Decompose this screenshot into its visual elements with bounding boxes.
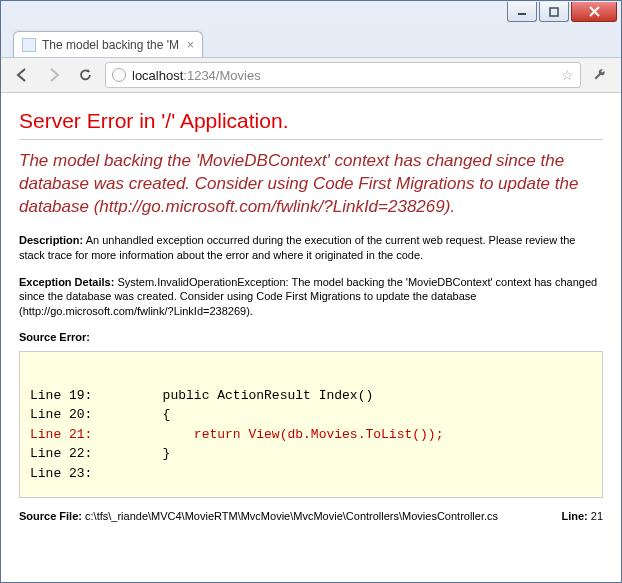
source-file-line: Source File: c:\tfs\_riande\MVC4\MovieRT… (19, 510, 603, 522)
source-code-box: Line 19: public ActionResult Index() Lin… (19, 351, 603, 498)
back-icon (14, 67, 30, 83)
url-text: localhost:1234/Movies (132, 68, 261, 83)
forward-button[interactable] (41, 62, 67, 88)
browser-tab[interactable]: The model backing the 'M × (13, 31, 203, 57)
maximize-icon (549, 7, 559, 17)
settings-button[interactable] (587, 62, 613, 88)
line-value: 21 (588, 510, 603, 522)
tab-strip: The model backing the 'M × (1, 29, 621, 57)
url-host: localhost (132, 68, 183, 83)
forward-icon (46, 67, 62, 83)
page-content: Server Error in '/' Application. The mod… (1, 93, 621, 582)
divider (19, 139, 603, 140)
browser-toolbar: localhost:1234/Movies ☆ (1, 57, 621, 93)
address-bar[interactable]: localhost:1234/Movies ☆ (105, 62, 581, 88)
tab-close-icon[interactable]: × (187, 38, 194, 52)
browser-window: The model backing the 'M × localhost:123… (0, 0, 622, 583)
close-icon (589, 6, 600, 17)
bookmark-star-icon[interactable]: ☆ (561, 67, 574, 83)
url-path: :1234/Movies (183, 68, 260, 83)
reload-icon (78, 67, 94, 83)
back-button[interactable] (9, 62, 35, 88)
source-file-path: c:\tfs\_riande\MVC4\MovieRTM\MvcMovie\Mv… (82, 510, 498, 522)
tab-title: The model backing the 'M (42, 38, 181, 52)
globe-icon (112, 68, 126, 82)
error-subheading: The model backing the 'MovieDBContext' c… (19, 150, 603, 219)
code-line-22: Line 22: } (30, 446, 170, 461)
minimize-button[interactable] (507, 2, 537, 22)
maximize-button[interactable] (539, 2, 569, 22)
wrench-icon (592, 67, 608, 83)
description-label: Description: (19, 234, 83, 246)
error-heading: Server Error in '/' Application. (19, 109, 603, 133)
svg-rect-1 (550, 8, 558, 16)
line-info: Line: 21 (561, 510, 603, 522)
code-line-21: Line 21: return View(db.Movies.ToList())… (30, 427, 443, 442)
window-titlebar (1, 1, 621, 29)
code-line-20: Line 20: { (30, 407, 170, 422)
code-line-23: Line 23: (30, 466, 92, 481)
error-description: Description: An unhandled exception occu… (19, 233, 603, 263)
exception-label: Exception Details: (19, 276, 114, 288)
source-error-label: Source Error: (19, 331, 603, 343)
error-exception: Exception Details: System.InvalidOperati… (19, 275, 603, 320)
close-button[interactable] (571, 2, 617, 22)
reload-button[interactable] (73, 62, 99, 88)
description-text: An unhandled exception occurred during t… (19, 234, 575, 261)
line-label: Line: (561, 510, 587, 522)
favicon-icon (22, 38, 36, 52)
minimize-icon (517, 7, 527, 17)
source-file-label: Source File: (19, 510, 82, 522)
code-line-19: Line 19: public ActionResult Index() (30, 388, 373, 403)
window-buttons (507, 2, 617, 22)
